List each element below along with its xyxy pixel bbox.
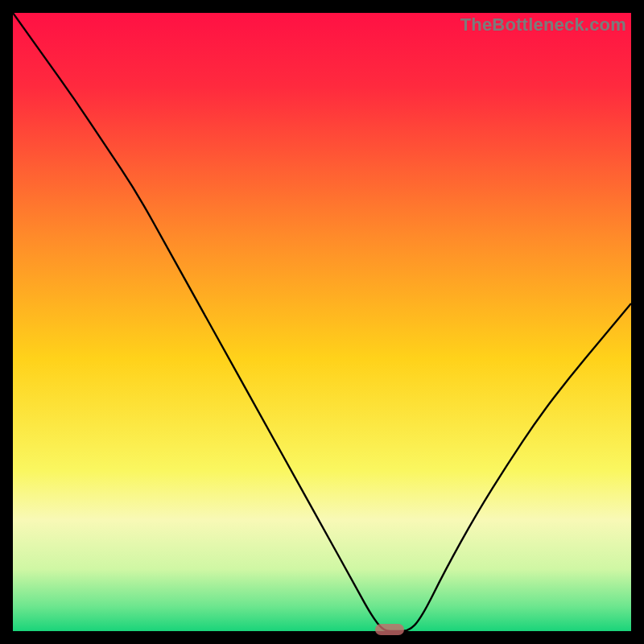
bottleneck-chart <box>13 13 631 631</box>
chart-frame: TheBottleneck.com <box>13 13 631 631</box>
gradient-background <box>13 13 631 631</box>
optimal-marker <box>375 624 404 635</box>
watermark-text: TheBottleneck.com <box>460 14 626 35</box>
